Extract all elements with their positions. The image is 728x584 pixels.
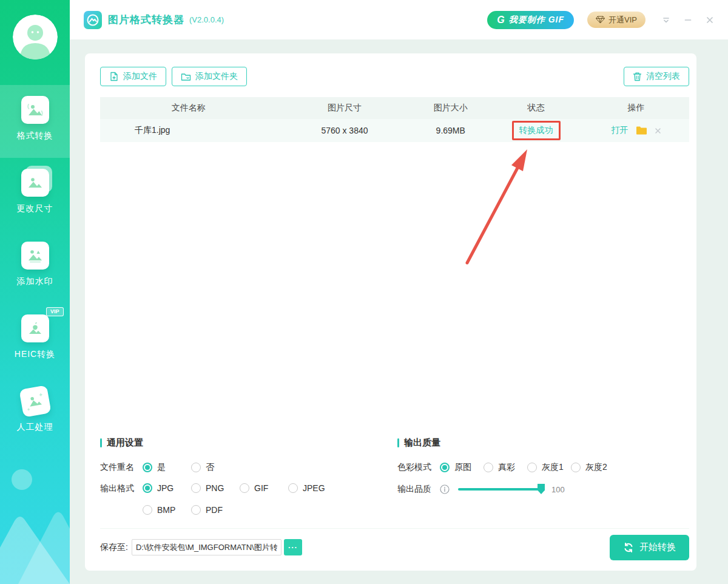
open-file-link[interactable]: 打开 <box>612 125 629 136</box>
sidebar-nav: 格式转换 更改尺寸 <box>0 85 70 449</box>
radio-color-original[interactable]: 原图 <box>440 462 484 473</box>
save-to-label: 保存至: <box>100 542 128 553</box>
settings-panel: 通用设置 文件重名 是 否 <box>100 437 689 528</box>
output-format-row: 输出格式 JPG PNG <box>100 478 397 515</box>
sidebar-item-manual-process[interactable]: 人工处理 <box>0 376 70 449</box>
header-image-dimensions: 图片尺寸 <box>277 103 412 114</box>
close-button[interactable] <box>705 15 715 25</box>
cell-status: 转换成功 <box>489 121 583 140</box>
header-file-name: 文件名称 <box>100 103 277 114</box>
user-avatar-icon <box>13 15 58 59</box>
annotation-highlight-box: 转换成功 <box>512 121 561 140</box>
sidebar-item-label: 添加水印 <box>17 276 53 287</box>
rename-options: 是 否 <box>143 462 343 473</box>
open-vip-button[interactable]: 开通VIP <box>587 12 645 28</box>
table-row: 千库1.jpg 5760 x 3840 9.69MB 转换成功 打开 <box>100 119 689 142</box>
sidebar-watermark-graphic <box>0 444 70 584</box>
file-plus-icon <box>109 72 119 81</box>
header-operation: 操作 <box>583 103 689 114</box>
radio-icon <box>571 463 581 472</box>
sidebar-item-label: 更改尺寸 <box>17 203 53 214</box>
file-toolbar: 添加文件 添加文件夹 清空列表 <box>100 67 689 86</box>
quality-slider[interactable] <box>458 488 543 491</box>
radio-color-gray2[interactable]: 灰度2 <box>571 462 615 473</box>
app-version: (V2.0.0.4) <box>189 15 224 24</box>
header-status: 状态 <box>489 103 583 114</box>
make-gif-label: 我要制作 GIF <box>509 15 564 25</box>
radio-format-pdf[interactable]: PDF <box>191 505 240 515</box>
slider-handle[interactable] <box>538 484 545 494</box>
output-quality-row: 输出品质 100 <box>397 478 689 500</box>
radio-format-jpeg[interactable]: JPEG <box>288 483 337 493</box>
radio-format-bmp[interactable]: BMP <box>143 505 191 515</box>
color-mode-label: 色彩模式 <box>397 462 440 473</box>
folder-plus-icon <box>181 72 191 81</box>
diamond-icon <box>596 16 605 24</box>
manual-process-icon <box>19 385 51 417</box>
save-path-input[interactable] <box>132 539 281 555</box>
section-bar <box>397 438 399 447</box>
vip-badge: VIP <box>46 307 64 316</box>
radio-icon <box>527 463 537 472</box>
app-title: 图片格式转换器 <box>108 13 184 27</box>
radio-icon <box>143 505 152 515</box>
sidebar-item-label: 人工处理 <box>17 422 53 433</box>
format-convert-icon <box>21 96 49 124</box>
general-settings-title: 通用设置 <box>100 437 397 449</box>
add-file-button[interactable]: 添加文件 <box>100 67 166 86</box>
menu-button[interactable] <box>661 15 671 25</box>
open-folder-icon[interactable] <box>636 126 647 135</box>
browse-button[interactable]: ··· <box>284 539 302 555</box>
radio-color-gray1[interactable]: 灰度1 <box>527 462 571 473</box>
heic-convert-icon: VIP <box>21 314 49 342</box>
sidebar: 格式转换 更改尺寸 <box>0 0 70 584</box>
radio-icon <box>288 483 298 493</box>
radio-format-png[interactable]: PNG <box>191 483 240 493</box>
file-table: 文件名称 图片尺寸 图片大小 状态 操作 千库1.jpg 5760 x 3840… <box>100 97 689 142</box>
remove-row-icon[interactable] <box>655 127 661 134</box>
status-text: 转换成功 <box>519 125 553 135</box>
cell-operations: 打开 <box>583 125 689 136</box>
radio-icon <box>191 483 201 493</box>
radio-selected-icon <box>143 483 152 493</box>
radio-format-jpg[interactable]: JPG <box>143 483 191 493</box>
radio-rename-yes[interactable]: 是 <box>143 462 191 473</box>
chevron-down-icon <box>662 16 670 24</box>
output-quality-title: 输出质量 <box>397 437 689 449</box>
rename-label: 文件重名 <box>100 462 143 473</box>
radio-icon <box>240 483 249 493</box>
start-convert-button[interactable]: 开始转换 <box>610 535 689 560</box>
make-gif-button[interactable]: G 我要制作 GIF <box>487 11 574 29</box>
app-window: 格式转换 更改尺寸 <box>0 0 728 584</box>
add-file-label: 添加文件 <box>123 71 157 82</box>
info-icon[interactable] <box>440 484 450 494</box>
output-format-label: 输出格式 <box>100 483 143 494</box>
sidebar-item-heic-convert[interactable]: VIP HEIC转换 <box>0 304 70 376</box>
add-folder-button[interactable]: 添加文件夹 <box>172 67 247 86</box>
radio-format-gif[interactable]: GIF <box>240 483 288 493</box>
radio-rename-no[interactable]: 否 <box>191 462 240 473</box>
window-controls <box>661 15 715 25</box>
sidebar-item-format-convert[interactable]: 格式转换 <box>0 85 70 158</box>
radio-icon <box>191 463 201 472</box>
radio-color-truecolor[interactable]: 真彩 <box>484 462 527 473</box>
clear-list-button[interactable]: 清空列表 <box>624 67 689 86</box>
output-quality-label: 输出品质 <box>397 484 440 495</box>
start-convert-label: 开始转换 <box>639 542 676 553</box>
header-image-size: 图片大小 <box>413 103 489 114</box>
avatar[interactable] <box>13 15 58 59</box>
output-format-options: JPG PNG GIF <box>143 483 343 515</box>
add-folder-label: 添加文件夹 <box>195 71 238 82</box>
sidebar-item-resize[interactable]: 更改尺寸 <box>0 158 70 231</box>
sidebar-item-watermark[interactable]: 添加水印 <box>0 231 70 304</box>
cell-dimensions: 5760 x 3840 <box>277 126 412 135</box>
output-quality-section: 输出质量 色彩模式 原图 真彩 <box>397 437 689 528</box>
general-settings-section: 通用设置 文件重名 是 否 <box>100 437 397 528</box>
minimize-button[interactable] <box>683 15 693 25</box>
radio-selected-icon <box>143 463 152 472</box>
trash-icon <box>633 72 642 81</box>
refresh-icon <box>623 542 634 553</box>
rename-setting-row: 文件重名 是 否 <box>100 457 397 478</box>
gif-logo-icon: G <box>497 15 504 25</box>
clear-list-label: 清空列表 <box>646 71 680 82</box>
